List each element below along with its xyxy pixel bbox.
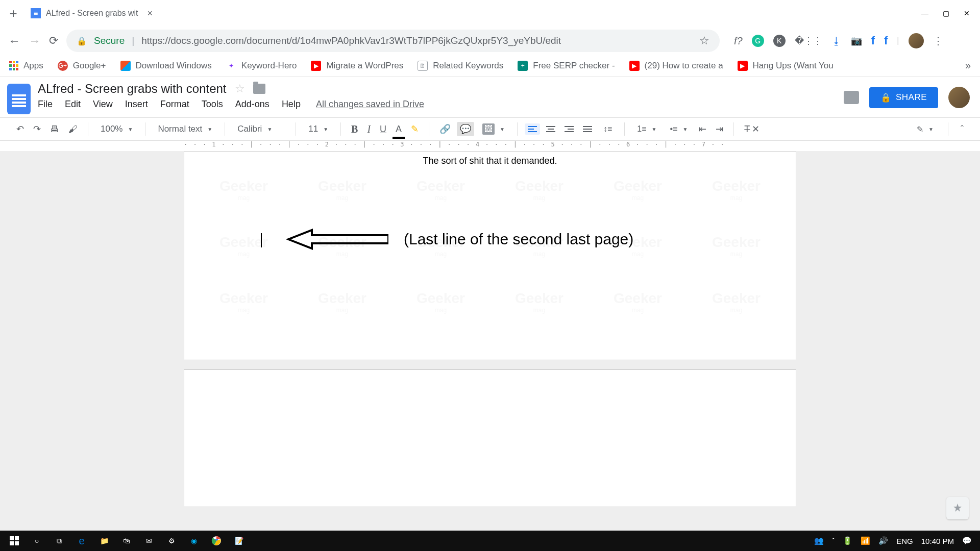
bookmark-item[interactable]: ▶(29) How to create a	[629, 61, 723, 71]
close-window-icon[interactable]: ✕	[964, 9, 970, 17]
grammarly-icon[interactable]: G	[752, 35, 764, 47]
k-ext-icon[interactable]: K	[773, 35, 786, 47]
document-text-line[interactable]: The sort of shit that it demanded.	[184, 156, 796, 166]
comments-icon[interactable]	[844, 91, 859, 104]
file-explorer-icon[interactable]: 📁	[93, 531, 115, 551]
close-tab-icon[interactable]: ×	[148, 8, 153, 19]
bookmark-item[interactable]: Download Windows	[120, 61, 212, 71]
battery-icon[interactable]: 🔋	[843, 536, 852, 545]
mail-icon[interactable]: ✉	[138, 531, 160, 551]
chrome-icon[interactable]	[205, 531, 228, 551]
bookmark-star-icon[interactable]: ☆	[699, 34, 709, 47]
start-button[interactable]	[3, 531, 26, 551]
print-button[interactable]: 🖶	[47, 122, 62, 137]
collapse-toolbar-icon[interactable]: ˆ	[958, 122, 967, 137]
bulleted-list-button[interactable]: •≡▼	[665, 122, 693, 136]
save-status[interactable]: All changes saved in Drive	[316, 99, 424, 110]
bookmark-item[interactable]: +Free SERP checker -	[518, 61, 615, 71]
clear-formatting-button[interactable]: T✕	[741, 121, 763, 137]
explore-button[interactable]	[946, 497, 969, 519]
notepad-icon[interactable]: 📝	[228, 531, 250, 551]
back-button[interactable]: ←	[8, 34, 20, 48]
bookmark-item[interactable]: ▶Hang Ups (Want You	[738, 61, 834, 71]
volume-icon[interactable]: 🔊	[878, 536, 888, 545]
menu-view[interactable]: View	[93, 99, 113, 110]
bookmark-item[interactable]: G+Google+	[58, 61, 106, 71]
apps-button[interactable]: Apps	[9, 61, 43, 71]
italic-button[interactable]: I	[364, 121, 374, 137]
star-document-icon[interactable]: ☆	[235, 82, 245, 95]
image-button[interactable]: 🖼▼	[477, 121, 510, 137]
settings-icon[interactable]: ⚙	[160, 531, 183, 551]
grid-ext-icon[interactable]: �⋮⋮	[795, 35, 822, 46]
skype-icon[interactable]: ◉	[183, 531, 205, 551]
browser-menu-icon[interactable]: ⋮	[933, 35, 943, 47]
bookmarks-overflow-icon[interactable]: »	[965, 60, 971, 71]
font-dropdown[interactable]: Calibri▼	[232, 122, 288, 136]
facebook-icon[interactable]: f	[871, 34, 875, 47]
bold-button[interactable]: B	[348, 121, 361, 137]
fontsize-dropdown[interactable]: 11▼	[303, 122, 333, 136]
underline-button[interactable]: U	[377, 122, 389, 137]
bookmark-item[interactable]: ▶Migrate a WordPres	[311, 61, 403, 71]
document-page[interactable]	[184, 369, 796, 507]
ruler[interactable]: · · · 1 · · · | · · · | · · · 2 · · · | …	[0, 141, 980, 151]
new-tab-button[interactable]: +	[6, 6, 20, 20]
editing-mode-button[interactable]: ✎▼	[912, 122, 939, 136]
document-title[interactable]: ALfred - Screen grabs with content	[38, 82, 227, 96]
docs-logo-icon[interactable]	[7, 84, 31, 114]
increase-indent-button[interactable]: ⇥	[713, 121, 726, 137]
clock[interactable]: 10:40 PM	[921, 537, 954, 545]
document-page[interactable]: GeekermagGeekermagGeekermagGeekermagGeek…	[184, 151, 796, 360]
facebook-icon-2[interactable]: f	[884, 34, 888, 47]
language-indicator[interactable]: ENG	[896, 537, 913, 545]
camera-ext-icon[interactable]: 📷	[851, 35, 862, 46]
highlight-button[interactable]: ✎	[408, 121, 422, 137]
reload-button[interactable]: ⟳	[49, 34, 58, 47]
address-bar[interactable]: 🔒 Secure | https://docs.google.com/docum…	[66, 30, 720, 52]
menu-addons[interactable]: Add-ons	[235, 99, 270, 110]
browser-tab[interactable]: ≡ ALfred - Screen grabs wit ×	[24, 4, 159, 23]
document-canvas[interactable]: GeekermagGeekermagGeekermagGeekermagGeek…	[0, 151, 980, 531]
people-icon[interactable]: 👥	[814, 536, 824, 545]
forward-button[interactable]: →	[29, 34, 41, 48]
save-ext-icon[interactable]: ⭳	[831, 35, 842, 47]
undo-button[interactable]: ↶	[13, 121, 27, 137]
share-button[interactable]: 🔒 SHARE	[869, 87, 938, 108]
link-button[interactable]: 🔗	[436, 121, 454, 137]
font-ext-icon[interactable]: f?	[734, 35, 743, 47]
edge-icon[interactable]: e	[70, 531, 93, 551]
menu-edit[interactable]: Edit	[65, 99, 81, 110]
menu-insert[interactable]: Insert	[125, 99, 148, 110]
comment-button[interactable]: 💬	[457, 122, 474, 136]
align-left-button[interactable]	[525, 123, 540, 135]
align-right-button[interactable]	[561, 123, 577, 135]
profile-avatar[interactable]	[909, 33, 924, 48]
cortana-button[interactable]: ○	[26, 531, 48, 551]
tray-chevron-icon[interactable]: ˆ	[832, 537, 835, 545]
line-spacing-button[interactable]: ↕≡	[598, 122, 617, 136]
wifi-icon[interactable]: 📶	[861, 536, 870, 545]
menu-format[interactable]: Format	[160, 99, 189, 110]
store-icon[interactable]: 🛍	[115, 531, 138, 551]
numbered-list-button[interactable]: 1≡▼	[632, 122, 662, 136]
bookmark-item[interactable]: 🗎Related Keywords	[418, 61, 503, 71]
notifications-icon[interactable]: 💬	[962, 536, 972, 545]
maximize-icon[interactable]: ▢	[943, 9, 949, 17]
decrease-indent-button[interactable]: ⇤	[696, 121, 709, 137]
text-color-button[interactable]: A	[393, 122, 405, 137]
move-folder-icon[interactable]	[253, 84, 265, 94]
style-dropdown[interactable]: Normal text▼	[153, 122, 217, 136]
menu-file[interactable]: File	[38, 99, 53, 110]
zoom-dropdown[interactable]: 100%▼	[95, 122, 138, 136]
bookmark-item[interactable]: ✦Keyword-Hero	[226, 61, 297, 71]
menu-help[interactable]: Help	[282, 99, 301, 110]
align-justify-button[interactable]	[580, 123, 595, 135]
menu-tools[interactable]: Tools	[202, 99, 223, 110]
align-center-button[interactable]	[543, 123, 558, 135]
minimize-icon[interactable]: —	[921, 9, 928, 17]
task-view-button[interactable]: ⧉	[48, 531, 70, 551]
account-avatar[interactable]	[948, 87, 970, 108]
redo-button[interactable]: ↷	[30, 121, 44, 137]
paint-format-button[interactable]: 🖌	[65, 122, 81, 137]
